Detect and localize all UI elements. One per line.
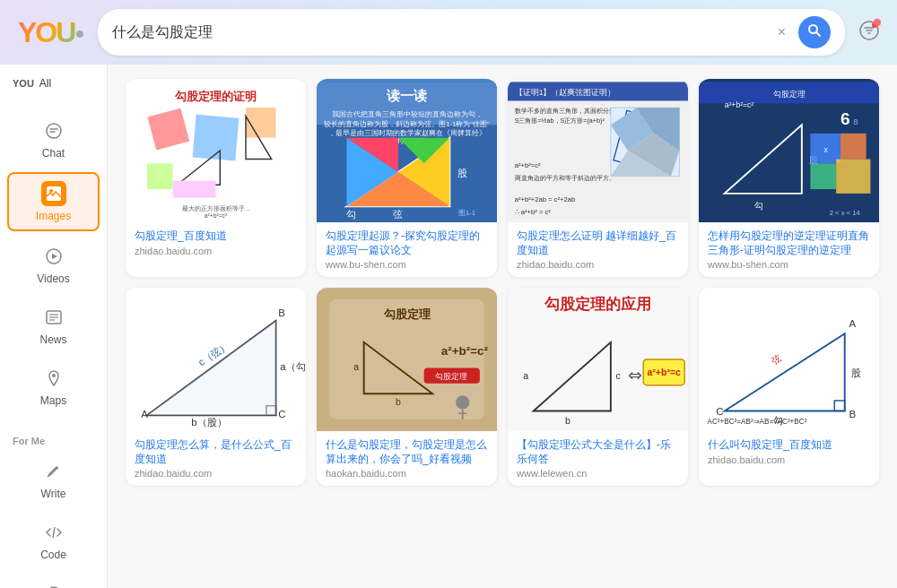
image-card-5[interactable]: b（股） a（勾） c（弦） A B C 勾股 — [126, 288, 306, 486]
svg-text:A: A — [849, 318, 857, 329]
sidebar-videos-label: Videos — [37, 272, 69, 285]
svg-text:a²+b²=c²: a²+b²=c² — [515, 161, 541, 169]
svg-marker-11 — [52, 254, 57, 259]
imagine-icon — [41, 581, 66, 588]
svg-text:a: a — [353, 362, 359, 373]
card-info-8: 什么叫勾股定理_百度知道 zhidao.baidu.com — [699, 431, 879, 472]
image-thumb-3: 【证明1】（赵爽弦图证明） 数学不多的直角三角形，其面积分别为： S三角形=½a… — [508, 79, 688, 222]
card-domain-8: zhidao.baidu.com — [708, 454, 870, 465]
sidebar-item-all[interactable]: YOU All — [0, 72, 107, 95]
sidebar-images-label: Images — [36, 210, 71, 222]
svg-text:勾股定理: 勾股定理 — [435, 372, 467, 381]
svg-text:C: C — [278, 409, 285, 419]
image-card-1[interactable]: 勾股定理的证明 最大的正方形面积等于... a²+b²=c² — [126, 79, 306, 277]
sidebar: YOU All Chat Images Videos N — [0, 65, 108, 588]
svg-line-1 — [816, 32, 820, 36]
images-icon — [41, 181, 66, 206]
content-area: 勾股定理的证明 最大的正方形面积等于... a²+b²=c² — [108, 65, 897, 588]
search-input[interactable] — [112, 24, 764, 40]
svg-text:a²+b²=c: a²+b²=c — [647, 367, 681, 377]
image-grid: 勾股定理的证明 最大的正方形面积等于... a²+b²=c² — [126, 79, 879, 486]
card-title-1: 勾股定理_百度知道 — [135, 229, 297, 244]
sidebar-item-chat[interactable]: Chat — [7, 111, 100, 167]
search-clear-button[interactable]: × — [772, 22, 791, 42]
sidebar-write-label: Write — [41, 488, 66, 500]
header: YOU × — [0, 0, 897, 65]
card-domain-1: zhidao.baidu.com — [135, 246, 297, 256]
svg-text:S三角形=½ab，S正方形=(a+b)²: S三角形=½ab，S正方形=(a+b)² — [515, 117, 605, 125]
card-info-6: 什么是勾股定理，勾股定理是怎么算出来的，你会了吗_好看视频 haokan.bai… — [317, 431, 497, 486]
sidebar-item-images[interactable]: Images — [7, 172, 100, 231]
svg-rect-82 — [836, 160, 870, 194]
card-title-6: 什么是勾股定理，勾股定理是怎么算出来的，你会了吗_好看视频 — [326, 438, 488, 466]
svg-text:图1-1: 图1-1 — [458, 209, 475, 217]
svg-text:a²+b²+2ab = c²+2ab: a²+b²+2ab = c²+2ab — [515, 195, 576, 203]
svg-text:勾股定理的证明: 勾股定理的证明 — [174, 90, 257, 103]
svg-rect-34 — [147, 163, 173, 189]
image-card-2[interactable]: 读一读 我国古代把直角三角形中较短的直角边称为勾， 较长的直角边称为股，斜边称为… — [317, 79, 497, 277]
code-icon — [41, 520, 66, 545]
svg-text:2 < x < 14: 2 < x < 14 — [830, 209, 861, 217]
svg-text:弦: 弦 — [393, 209, 403, 220]
svg-text:股: 股 — [457, 168, 467, 178]
svg-rect-80 — [840, 134, 867, 160]
svg-text:A: A — [141, 409, 148, 419]
svg-text:【证明1】（赵爽弦图证明）: 【证明1】（赵爽弦图证明） — [515, 88, 616, 97]
card-info-2: 勾股定理起源？-探究勾股定理的起源写一篇议论文 www.bu-shen.com — [317, 222, 497, 277]
card-domain-5: zhidao.baidu.com — [135, 468, 297, 479]
svg-text:a²+b²=c²: a²+b²=c² — [441, 344, 489, 358]
svg-text:a: a — [523, 370, 528, 381]
sidebar-item-videos[interactable]: Videos — [7, 237, 100, 292]
svg-text:b（股）: b（股） — [191, 417, 226, 428]
videos-icon — [41, 244, 66, 269]
image-card-7[interactable]: 勾股定理的应用 b c a ⇔ a²+b²=c hidden — [508, 288, 688, 486]
svg-text:AC²+BC²=AB²⇒AB=√AC²+BC²: AC²+BC²=AB²⇒AB=√AC²+BC² — [708, 418, 807, 426]
svg-text:a²+b²=c²: a²+b²=c² — [725, 100, 754, 109]
card-domain-6: haokan.baidu.com — [326, 468, 488, 479]
main-layout: YOU All Chat Images Videos N — [0, 65, 897, 588]
svg-rect-35 — [173, 181, 216, 198]
card-domain-3: zhidao.baidu.com — [517, 259, 679, 270]
svg-text:我国古代把直角三角形中较短的直角边称为勾，: 我国古代把直角三角形中较短的直角边称为勾， — [332, 110, 483, 118]
sidebar-item-imagine[interactable]: Imagine — [7, 574, 100, 588]
card-title-2: 勾股定理起源？-探究勾股定理的起源写一篇议论文 — [326, 229, 488, 257]
image-card-8[interactable]: C A B 勾 股 弦 公式 AC²+BC²=AB²⇒AB=√AC²+BC² — [699, 288, 879, 486]
image-card-6[interactable]: 勾股定理 a b a²+b²=c² 勾股定理 — [317, 288, 497, 486]
svg-point-104 — [456, 395, 469, 409]
search-button[interactable] — [798, 16, 831, 48]
card-domain-2: www.bu-shen.com — [326, 259, 488, 270]
image-thumb-7: 勾股定理的应用 b c a ⇔ a²+b²=c hidden — [508, 288, 688, 431]
svg-text:B: B — [278, 307, 285, 318]
sidebar-chat-label: Chat — [42, 147, 65, 160]
svg-text:股: 股 — [851, 368, 861, 378]
search-icon — [807, 23, 822, 41]
svg-text:读一读: 读一读 — [387, 88, 427, 103]
svg-text:b: b — [396, 396, 401, 407]
card-info-7: 【勾股定理公式大全是什么】-乐乐何答 www.lelewen.cn — [508, 431, 688, 486]
card-title-8: 什么叫勾股定理_百度知道 — [708, 438, 870, 453]
write-icon — [41, 459, 66, 484]
svg-text:6: 6 — [840, 109, 850, 128]
sidebar-item-code[interactable]: Code — [7, 513, 100, 568]
card-info-4: 怎样用勾股定理的逆定理证明直角三角形-证明勾股定理的逆定理 www.bu-she… — [699, 222, 879, 277]
image-card-3[interactable]: 【证明1】（赵爽弦图证明） 数学不多的直角三角形，其面积分别为： S三角形=½a… — [508, 79, 688, 277]
svg-text:C: C — [716, 406, 723, 417]
svg-text:⇔: ⇔ — [628, 366, 642, 385]
image-thumb-6: 勾股定理 a b a²+b²=c² 勾股定理 — [317, 288, 497, 431]
svg-rect-81 — [810, 163, 836, 189]
svg-text:，最早是由三国时期的数学家赵爽在《周髀算经》: ，最早是由三国时期的数学家赵爽在《周髀算经》 — [328, 129, 486, 137]
sidebar-item-maps[interactable]: Maps — [7, 359, 100, 414]
filter-button[interactable] — [859, 21, 879, 45]
image-card-4[interactable]: 勾股定理 6 8 勾 股 a²+b²=c² — [699, 79, 879, 277]
card-domain-7: www.lelewen.cn — [517, 468, 679, 479]
svg-text:8: 8 — [853, 117, 858, 126]
news-icon — [41, 305, 66, 330]
logo: YOU — [18, 16, 83, 49]
chat-icon — [41, 118, 66, 143]
image-thumb-8: C A B 勾 股 弦 公式 AC²+BC²=AB²⇒AB=√AC²+BC² — [699, 288, 879, 431]
card-info-1: 勾股定理_百度知道 zhidao.baidu.com — [126, 222, 306, 264]
sidebar-item-write[interactable]: Write — [7, 452, 100, 507]
sidebar-item-news[interactable]: News — [7, 298, 100, 353]
image-thumb-2: 读一读 我国古代把直角三角形中较短的直角边称为勾， 较长的直角边称为股，斜边称为… — [317, 79, 497, 222]
svg-text:x: x — [824, 145, 829, 154]
